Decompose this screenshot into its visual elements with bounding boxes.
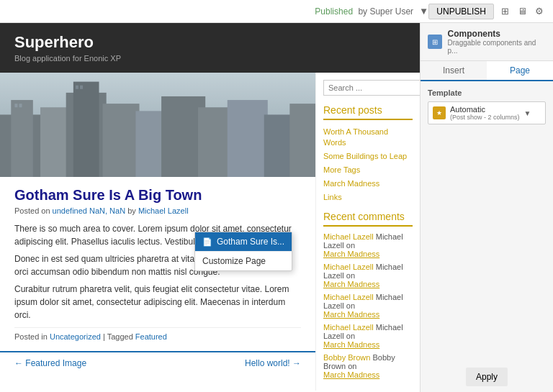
recent-post-link[interactable]: Links xyxy=(323,193,342,201)
blog-header: Superhero Blog application for Enonic XP xyxy=(0,23,420,73)
recent-post-link[interactable]: Some Buildings to Leap xyxy=(323,152,407,160)
document-icon: 📄 xyxy=(202,237,212,247)
comment-author[interactable]: Bobby Brown xyxy=(323,353,370,362)
template-select-text: Automatic (Post show - 2 columns) xyxy=(450,105,520,121)
template-select[interactable]: ★ Automatic (Post show - 2 columns) ▼ xyxy=(428,101,546,124)
post-meta: Posted on undefined NaN, NaN by Michael … xyxy=(14,206,301,215)
recent-post-item: More Tags xyxy=(323,164,413,175)
comment-post-link[interactable]: March Madness xyxy=(323,280,413,288)
comment-post-link[interactable]: March Madness xyxy=(323,310,413,319)
sidebar-header: ⊞ Components Draggable components and p.… xyxy=(421,23,553,61)
comment-author[interactable]: Michael Lazell xyxy=(323,263,374,271)
context-menu-item-title[interactable]: 📄 Gotham Sure Is... xyxy=(195,232,292,251)
table-icon[interactable]: ⊞ xyxy=(498,5,511,18)
sidebar-header-subtitle: Draggable components and p... xyxy=(448,39,546,55)
post-tag-link[interactable]: Featured xyxy=(135,332,167,341)
context-menu-overlay: 📄 Gotham Sure Is... Customize Page xyxy=(194,232,292,271)
blog-subtitle: Blog application for Enonic XP xyxy=(14,54,405,63)
template-icon: ★ xyxy=(433,106,446,119)
post-date-link[interactable]: undefined NaN, NaN xyxy=(53,206,126,215)
post-para-3: Curabitur rutrum pharetra velit, quis fe… xyxy=(14,283,301,322)
sidebar-header-title: Components xyxy=(448,29,546,39)
recent-comments-list: Michael Lazell Michael Lazell on March M… xyxy=(323,232,413,379)
prev-post-link[interactable]: ← Featured Image xyxy=(14,358,86,368)
blog-sidebar: Search Recent posts Worth A Thousand Wor… xyxy=(315,73,420,391)
comment-item: Michael Lazell Michael Lazell on March M… xyxy=(323,293,413,319)
sidebar-header-text: Components Draggable components and p... xyxy=(448,29,546,55)
comment-post-link[interactable]: March Madness xyxy=(323,370,413,379)
context-menu: 📄 Gotham Sure Is... Customize Page xyxy=(194,232,292,271)
top-bar: Published by Super User ▼ UNPUBLISH ⊞ 🖥 … xyxy=(0,0,553,23)
apply-button[interactable]: Apply xyxy=(466,368,508,386)
widget-search: Search xyxy=(323,80,413,96)
tab-page[interactable]: Page xyxy=(487,61,553,81)
comment-item: Michael Lazell Michael Lazell on March M… xyxy=(323,263,413,288)
context-menu-item-customize[interactable]: Customize Page xyxy=(195,251,292,270)
recent-post-item: Worth A Thousand Words xyxy=(323,126,413,147)
context-menu-item-title-label: Gotham Sure Is... xyxy=(217,237,284,247)
post-nav: ← Featured Image Hello world! → xyxy=(0,351,315,374)
comment-post-link[interactable]: March Madness xyxy=(323,250,413,258)
search-input[interactable] xyxy=(323,80,420,96)
comment-author[interactable]: Michael Lazell xyxy=(323,323,374,332)
right-panel-sidebar: ⊞ Components Draggable components and p.… xyxy=(420,23,553,392)
template-label: Template xyxy=(428,88,546,97)
template-name: Automatic xyxy=(450,105,520,114)
recent-post-item: Links xyxy=(323,191,413,202)
blog-area: Superhero Blog application for Enonic XP xyxy=(0,23,420,392)
post-title: Gotham Sure Is A Big Town xyxy=(14,187,301,204)
components-icon: ⊞ xyxy=(428,35,442,49)
monitor-icon[interactable]: 🖥 xyxy=(516,5,529,18)
next-post-link[interactable]: Hello world! → xyxy=(245,358,301,368)
svg-rect-17 xyxy=(0,73,315,177)
recent-post-item: March Madness xyxy=(323,178,413,188)
post-author-link[interactable]: Michael Lazell xyxy=(138,206,189,215)
recent-posts-title: Recent posts xyxy=(323,104,413,120)
recent-post-item: Some Buildings to Leap xyxy=(323,150,413,161)
comment-item: Bobby Brown Bobby Brown on March Madness xyxy=(323,353,413,379)
recent-post-link[interactable]: More Tags xyxy=(323,165,360,174)
recent-post-link[interactable]: March Madness xyxy=(323,179,379,188)
comment-post-link[interactable]: March Madness xyxy=(323,340,413,349)
main-area: Superhero Blog application for Enonic XP xyxy=(0,23,553,392)
published-status: Published xyxy=(315,6,353,17)
recent-post-link[interactable]: Worth A Thousand Words xyxy=(323,127,388,147)
tab-insert[interactable]: Insert xyxy=(421,61,487,80)
top-bar-user: by Super User xyxy=(356,6,413,17)
blog-title: Superhero xyxy=(14,33,405,52)
unpublish-button[interactable]: UNPUBLISH xyxy=(428,4,494,19)
recent-comments-title: Recent comments xyxy=(323,211,413,227)
template-sub: (Post show - 2 columns) xyxy=(450,114,520,121)
post-category-link[interactable]: Uncategorized xyxy=(50,332,101,341)
status-dropdown[interactable]: ▼ xyxy=(419,6,428,17)
post-image xyxy=(0,73,315,177)
comment-item: Michael Lazell Michael Lazell on March M… xyxy=(323,232,413,258)
comment-author[interactable]: Michael Lazell xyxy=(323,232,374,241)
comment-item: Michael Lazell Michael Lazell on March M… xyxy=(323,323,413,349)
context-menu-item-customize-label: Customize Page xyxy=(202,256,266,266)
post-footer: Posted in Uncategorized | Tagged Feature… xyxy=(14,327,301,341)
settings-icon[interactable]: ⚙ xyxy=(533,5,546,18)
chevron-down-icon: ▼ xyxy=(524,109,531,117)
comment-author[interactable]: Michael Lazell xyxy=(323,293,374,301)
recent-posts-list: Worth A Thousand Words Some Buildings to… xyxy=(323,126,413,202)
sidebar-tabs: Insert Page xyxy=(421,61,553,81)
sidebar-content: Template ★ Automatic (Post show - 2 colu… xyxy=(421,81,553,362)
